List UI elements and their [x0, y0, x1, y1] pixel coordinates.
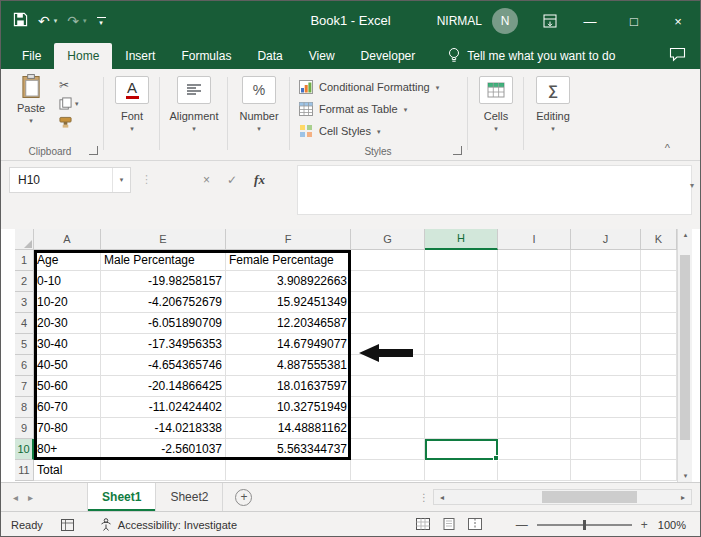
- sheet-nav-left-icon[interactable]: ◂: [13, 492, 18, 503]
- scroll-right-icon[interactable]: ▸: [675, 490, 691, 504]
- cell-I10[interactable]: [498, 439, 571, 460]
- cell-K6[interactable]: [641, 355, 677, 376]
- customize-quick-access-icon[interactable]: ▾: [97, 17, 106, 26]
- cell-A5[interactable]: 30-40: [34, 334, 101, 355]
- column-header-G[interactable]: G: [351, 229, 425, 250]
- cell-A8[interactable]: 60-70: [34, 397, 101, 418]
- ribbon-tab-view[interactable]: View: [296, 43, 348, 69]
- cell-H9[interactable]: [425, 418, 498, 439]
- cell-K9[interactable]: [641, 418, 677, 439]
- cell-E7[interactable]: -20.14866425: [101, 376, 226, 397]
- styles-dialog-launcher-icon[interactable]: [453, 146, 462, 155]
- zoom-in-icon[interactable]: +: [641, 518, 648, 532]
- column-header-K[interactable]: K: [641, 229, 677, 250]
- column-header-I[interactable]: I: [498, 229, 571, 250]
- cell-K10[interactable]: [641, 439, 677, 460]
- cell-I3[interactable]: [498, 292, 571, 313]
- cell-H3[interactable]: [425, 292, 498, 313]
- format-painter-button[interactable]: [59, 115, 79, 130]
- formula-bar-expand-icon[interactable]: ▾: [690, 181, 694, 190]
- cell-J6[interactable]: [571, 355, 641, 376]
- add-sheet-button[interactable]: +: [235, 489, 252, 506]
- select-all-corner[interactable]: [15, 229, 34, 250]
- format-as-table-button[interactable]: Format as Table ▾: [299, 98, 439, 120]
- number-group-button[interactable]: % Number ▾: [229, 76, 289, 132]
- zoom-slider[interactable]: [537, 524, 632, 526]
- paste-button[interactable]: Paste ▾: [9, 74, 53, 140]
- cells-group-button[interactable]: Cells ▾: [469, 76, 523, 132]
- ribbon-tab-insert[interactable]: Insert: [112, 43, 168, 69]
- column-header-F[interactable]: F: [226, 229, 351, 250]
- redo-dropdown-icon[interactable]: ▾: [83, 17, 87, 25]
- cell-E11[interactable]: [101, 460, 226, 481]
- copy-button[interactable]: ▾: [59, 96, 79, 111]
- page-layout-view-icon[interactable]: [442, 518, 456, 532]
- cell-F7[interactable]: 18.01637597: [226, 376, 351, 397]
- cell-A10[interactable]: 80+: [34, 439, 101, 460]
- cell-G1[interactable]: [351, 250, 425, 271]
- cell-E9[interactable]: -14.0218338: [101, 418, 226, 439]
- redo-icon[interactable]: ↷: [67, 13, 79, 29]
- cell-E6[interactable]: -4.654365746: [101, 355, 226, 376]
- undo-dropdown-icon[interactable]: ▾: [54, 17, 58, 25]
- cell-G8[interactable]: [351, 397, 425, 418]
- cut-button[interactable]: ✂: [59, 77, 79, 92]
- formula-input[interactable]: [297, 165, 692, 215]
- row-header-5[interactable]: 5: [15, 334, 34, 355]
- ribbon-tab-data[interactable]: Data: [244, 43, 295, 69]
- cell-G11[interactable]: [351, 460, 425, 481]
- cell-H2[interactable]: [425, 271, 498, 292]
- row-header-1[interactable]: 1: [15, 250, 34, 271]
- cell-A4[interactable]: 20-30: [34, 313, 101, 334]
- cell-F3[interactable]: 15.92451349: [226, 292, 351, 313]
- accessibility-status[interactable]: Accessibility: Investigate: [100, 518, 237, 531]
- tell-me-box[interactable]: Tell me what you want to do: [448, 43, 615, 69]
- cell-I4[interactable]: [498, 313, 571, 334]
- cell-J3[interactable]: [571, 292, 641, 313]
- sheet-tab-sheet2[interactable]: Sheet2: [156, 483, 223, 511]
- enter-icon[interactable]: ✓: [227, 173, 237, 187]
- cell-A2[interactable]: 0-10: [34, 271, 101, 292]
- cell-I5[interactable]: [498, 334, 571, 355]
- undo-icon[interactable]: ↶: [38, 13, 50, 29]
- comment-icon[interactable]: [669, 47, 686, 66]
- cell-K3[interactable]: [641, 292, 677, 313]
- cell-F9[interactable]: 14.48881162: [226, 418, 351, 439]
- macro-record-icon[interactable]: [61, 519, 74, 531]
- cell-I1[interactable]: [498, 250, 571, 271]
- save-icon[interactable]: [13, 12, 28, 31]
- sheet-nav-right-icon[interactable]: ▸: [28, 492, 33, 503]
- user-name[interactable]: NIRMAL: [437, 14, 482, 28]
- column-header-E[interactable]: E: [101, 229, 226, 250]
- cell-J7[interactable]: [571, 376, 641, 397]
- cell-K4[interactable]: [641, 313, 677, 334]
- cell-I9[interactable]: [498, 418, 571, 439]
- cell-E2[interactable]: -19.98258157: [101, 271, 226, 292]
- cell-A9[interactable]: 70-80: [34, 418, 101, 439]
- column-header-J[interactable]: J: [571, 229, 641, 250]
- row-header-10[interactable]: 10: [15, 439, 34, 460]
- scroll-left-icon[interactable]: ◂: [434, 490, 450, 504]
- cell-A7[interactable]: 50-60: [34, 376, 101, 397]
- clipboard-dialog-launcher-icon[interactable]: [89, 146, 98, 155]
- cell-J11[interactable]: [571, 460, 641, 481]
- editing-group-button[interactable]: ∑ Editing ▾: [525, 76, 581, 132]
- user-avatar[interactable]: N: [492, 8, 518, 34]
- cell-K8[interactable]: [641, 397, 677, 418]
- close-button[interactable]: ×: [656, 1, 700, 41]
- horizontal-scroll-thumb[interactable]: [542, 491, 637, 503]
- row-header-7[interactable]: 7: [15, 376, 34, 397]
- cell-H5[interactable]: [425, 334, 498, 355]
- normal-view-icon[interactable]: [416, 518, 430, 532]
- cell-A11[interactable]: Total: [34, 460, 101, 481]
- cell-E4[interactable]: -6.051890709: [101, 313, 226, 334]
- page-break-view-icon[interactable]: [468, 518, 482, 532]
- ribbon-display-options-icon[interactable]: [532, 1, 568, 41]
- row-header-8[interactable]: 8: [15, 397, 34, 418]
- cell-J5[interactable]: [571, 334, 641, 355]
- cell-G4[interactable]: [351, 313, 425, 334]
- cell-E1[interactable]: Male Percentage: [101, 250, 226, 271]
- cell-K2[interactable]: [641, 271, 677, 292]
- fill-handle[interactable]: [493, 455, 499, 461]
- cell-G10[interactable]: [351, 439, 425, 460]
